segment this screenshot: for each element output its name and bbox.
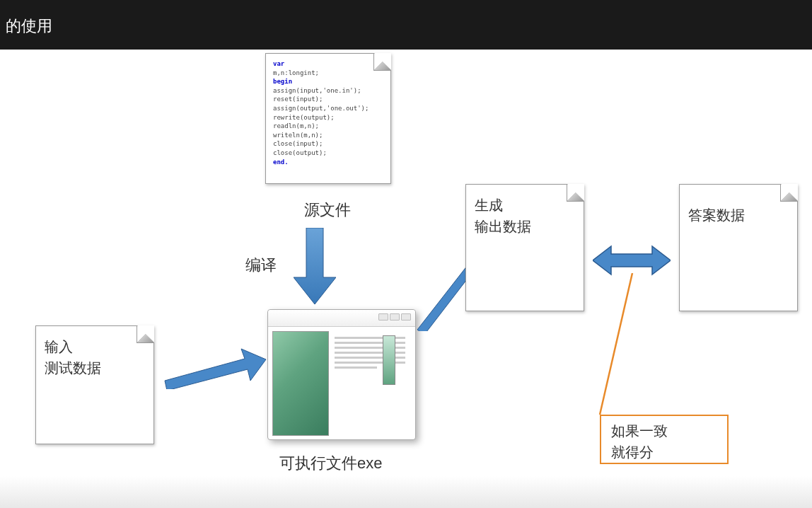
diagram-canvas: varm,n:longint;begin assign(input,'one.i… [0,50,812,508]
output-line1: 生成 [475,197,503,213]
executable-window-icon [267,309,416,440]
answer-data-icon: 答案数据 [679,184,798,311]
arrow-right-icon [161,347,267,389]
window-titlebar [268,310,415,327]
window-max-icon [390,313,400,321]
output-line2: 输出数据 [475,219,531,234]
output-data-icon: 生成 输出数据 [465,184,584,311]
svg-line-0 [600,273,632,415]
page-fold-icon [567,185,584,202]
header: 的使用 [0,0,812,50]
input-line1: 输入 [45,339,73,354]
header-title: 的使用 [6,17,52,35]
double-arrow-icon [593,245,671,276]
connector-line-icon [581,273,666,422]
source-file-icon: varm,n:longint;begin assign(input,'one.i… [265,53,391,184]
window-pane-icon [272,331,329,436]
callout-box: 如果一致 就得分 [600,415,729,464]
arrow-down-icon [294,228,336,306]
callout-line1: 如果一致 [611,423,668,439]
window-scrollbar-icon [383,335,395,385]
input-line2: 测试数据 [45,360,101,376]
window-close-icon [401,313,411,321]
input-data-icon: 输入 测试数据 [35,325,154,444]
page-fold-icon [373,54,390,71]
page-fold-icon [780,185,797,202]
page-fold-icon [137,326,153,343]
answer-label: 答案数据 [688,207,745,223]
executable-label: 可执行文件exe [279,453,382,474]
source-file-label: 源文件 [304,200,351,221]
callout-line2: 就得分 [611,444,654,460]
window-min-icon [378,313,388,321]
compile-label: 编译 [245,255,277,276]
